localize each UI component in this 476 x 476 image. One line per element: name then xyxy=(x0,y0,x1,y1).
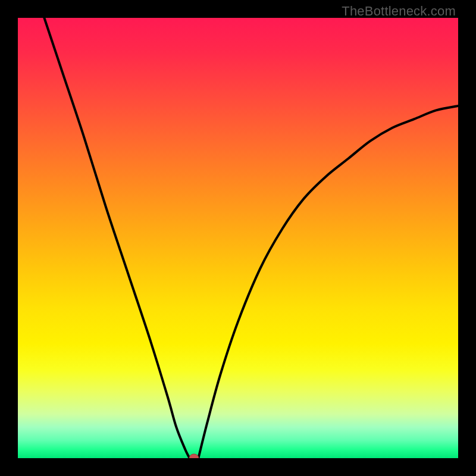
bottleneck-curve xyxy=(18,18,458,458)
watermark-text: TheBottleneck.com xyxy=(342,4,456,19)
curve-right-branch xyxy=(198,106,458,458)
plot-area xyxy=(18,18,458,458)
chart-frame: TheBottleneck.com xyxy=(0,0,476,476)
optimal-point-marker xyxy=(189,454,199,458)
curve-left-branch xyxy=(44,18,189,458)
